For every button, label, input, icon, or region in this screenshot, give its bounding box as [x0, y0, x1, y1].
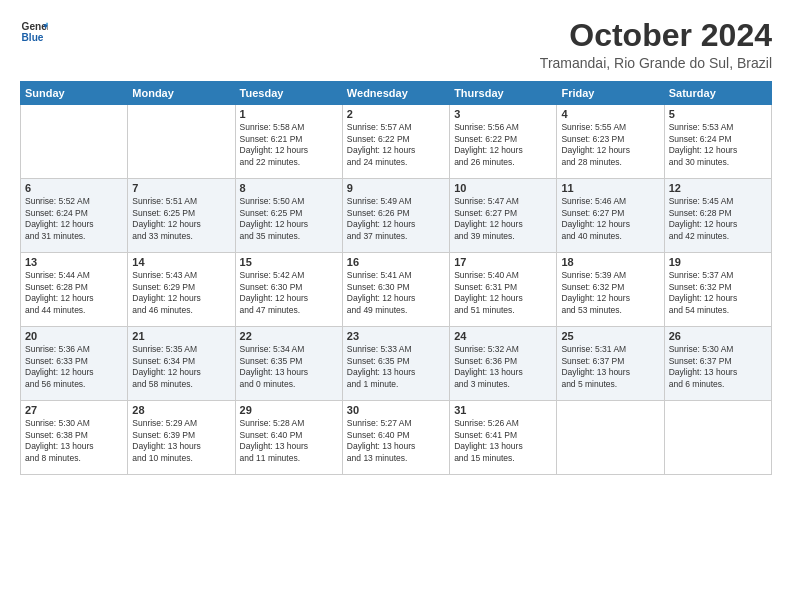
- table-row: [557, 401, 664, 475]
- day-number: 10: [454, 182, 552, 194]
- cell-info: Sunrise: 5:52 AM Sunset: 6:24 PM Dayligh…: [25, 196, 123, 242]
- day-number: 22: [240, 330, 338, 342]
- table-row: 21Sunrise: 5:35 AM Sunset: 6:34 PM Dayli…: [128, 327, 235, 401]
- cell-info: Sunrise: 5:43 AM Sunset: 6:29 PM Dayligh…: [132, 270, 230, 316]
- day-number: 26: [669, 330, 767, 342]
- page: General Blue October 2024 Tramandai, Rio…: [0, 0, 792, 612]
- cell-info: Sunrise: 5:58 AM Sunset: 6:21 PM Dayligh…: [240, 122, 338, 168]
- table-row: 3Sunrise: 5:56 AM Sunset: 6:22 PM Daylig…: [450, 105, 557, 179]
- cell-info: Sunrise: 5:35 AM Sunset: 6:34 PM Dayligh…: [132, 344, 230, 390]
- table-row: 28Sunrise: 5:29 AM Sunset: 6:39 PM Dayli…: [128, 401, 235, 475]
- table-row: 22Sunrise: 5:34 AM Sunset: 6:35 PM Dayli…: [235, 327, 342, 401]
- logo-icon: General Blue: [20, 18, 48, 46]
- calendar-table: Sunday Monday Tuesday Wednesday Thursday…: [20, 81, 772, 475]
- cell-info: Sunrise: 5:40 AM Sunset: 6:31 PM Dayligh…: [454, 270, 552, 316]
- table-row: 7Sunrise: 5:51 AM Sunset: 6:25 PM Daylig…: [128, 179, 235, 253]
- table-row: 16Sunrise: 5:41 AM Sunset: 6:30 PM Dayli…: [342, 253, 449, 327]
- day-number: 14: [132, 256, 230, 268]
- header: General Blue October 2024 Tramandai, Rio…: [20, 18, 772, 71]
- month-title: October 2024: [540, 18, 772, 53]
- cell-info: Sunrise: 5:28 AM Sunset: 6:40 PM Dayligh…: [240, 418, 338, 464]
- col-friday: Friday: [557, 82, 664, 105]
- table-row: 10Sunrise: 5:47 AM Sunset: 6:27 PM Dayli…: [450, 179, 557, 253]
- day-number: 6: [25, 182, 123, 194]
- table-row: 27Sunrise: 5:30 AM Sunset: 6:38 PM Dayli…: [21, 401, 128, 475]
- cell-info: Sunrise: 5:36 AM Sunset: 6:33 PM Dayligh…: [25, 344, 123, 390]
- table-row: 6Sunrise: 5:52 AM Sunset: 6:24 PM Daylig…: [21, 179, 128, 253]
- table-row: 4Sunrise: 5:55 AM Sunset: 6:23 PM Daylig…: [557, 105, 664, 179]
- table-row: 8Sunrise: 5:50 AM Sunset: 6:25 PM Daylig…: [235, 179, 342, 253]
- table-row: 20Sunrise: 5:36 AM Sunset: 6:33 PM Dayli…: [21, 327, 128, 401]
- day-number: 11: [561, 182, 659, 194]
- cell-info: Sunrise: 5:55 AM Sunset: 6:23 PM Dayligh…: [561, 122, 659, 168]
- day-number: 12: [669, 182, 767, 194]
- day-number: 27: [25, 404, 123, 416]
- day-number: 30: [347, 404, 445, 416]
- table-row: [128, 105, 235, 179]
- day-number: 4: [561, 108, 659, 120]
- cell-info: Sunrise: 5:31 AM Sunset: 6:37 PM Dayligh…: [561, 344, 659, 390]
- cell-info: Sunrise: 5:27 AM Sunset: 6:40 PM Dayligh…: [347, 418, 445, 464]
- cell-info: Sunrise: 5:49 AM Sunset: 6:26 PM Dayligh…: [347, 196, 445, 242]
- day-number: 8: [240, 182, 338, 194]
- cell-info: Sunrise: 5:29 AM Sunset: 6:39 PM Dayligh…: [132, 418, 230, 464]
- col-wednesday: Wednesday: [342, 82, 449, 105]
- table-row: 11Sunrise: 5:46 AM Sunset: 6:27 PM Dayli…: [557, 179, 664, 253]
- cell-info: Sunrise: 5:30 AM Sunset: 6:38 PM Dayligh…: [25, 418, 123, 464]
- col-thursday: Thursday: [450, 82, 557, 105]
- table-row: 19Sunrise: 5:37 AM Sunset: 6:32 PM Dayli…: [664, 253, 771, 327]
- cell-info: Sunrise: 5:47 AM Sunset: 6:27 PM Dayligh…: [454, 196, 552, 242]
- cell-info: Sunrise: 5:30 AM Sunset: 6:37 PM Dayligh…: [669, 344, 767, 390]
- col-saturday: Saturday: [664, 82, 771, 105]
- col-sunday: Sunday: [21, 82, 128, 105]
- cell-info: Sunrise: 5:33 AM Sunset: 6:35 PM Dayligh…: [347, 344, 445, 390]
- table-row: 2Sunrise: 5:57 AM Sunset: 6:22 PM Daylig…: [342, 105, 449, 179]
- cell-info: Sunrise: 5:57 AM Sunset: 6:22 PM Dayligh…: [347, 122, 445, 168]
- header-row: Sunday Monday Tuesday Wednesday Thursday…: [21, 82, 772, 105]
- day-number: 21: [132, 330, 230, 342]
- table-row: 24Sunrise: 5:32 AM Sunset: 6:36 PM Dayli…: [450, 327, 557, 401]
- day-number: 28: [132, 404, 230, 416]
- day-number: 1: [240, 108, 338, 120]
- table-row: 30Sunrise: 5:27 AM Sunset: 6:40 PM Dayli…: [342, 401, 449, 475]
- day-number: 15: [240, 256, 338, 268]
- logo: General Blue: [20, 18, 50, 46]
- location: Tramandai, Rio Grande do Sul, Brazil: [540, 55, 772, 71]
- table-row: 26Sunrise: 5:30 AM Sunset: 6:37 PM Dayli…: [664, 327, 771, 401]
- title-block: October 2024 Tramandai, Rio Grande do Su…: [540, 18, 772, 71]
- cell-info: Sunrise: 5:44 AM Sunset: 6:28 PM Dayligh…: [25, 270, 123, 316]
- day-number: 2: [347, 108, 445, 120]
- cell-info: Sunrise: 5:32 AM Sunset: 6:36 PM Dayligh…: [454, 344, 552, 390]
- cell-info: Sunrise: 5:46 AM Sunset: 6:27 PM Dayligh…: [561, 196, 659, 242]
- table-row: 29Sunrise: 5:28 AM Sunset: 6:40 PM Dayli…: [235, 401, 342, 475]
- table-row: 5Sunrise: 5:53 AM Sunset: 6:24 PM Daylig…: [664, 105, 771, 179]
- cell-info: Sunrise: 5:39 AM Sunset: 6:32 PM Dayligh…: [561, 270, 659, 316]
- table-row: 15Sunrise: 5:42 AM Sunset: 6:30 PM Dayli…: [235, 253, 342, 327]
- table-row: 1Sunrise: 5:58 AM Sunset: 6:21 PM Daylig…: [235, 105, 342, 179]
- table-row: 13Sunrise: 5:44 AM Sunset: 6:28 PM Dayli…: [21, 253, 128, 327]
- table-row: 14Sunrise: 5:43 AM Sunset: 6:29 PM Dayli…: [128, 253, 235, 327]
- cell-info: Sunrise: 5:26 AM Sunset: 6:41 PM Dayligh…: [454, 418, 552, 464]
- day-number: 24: [454, 330, 552, 342]
- day-number: 29: [240, 404, 338, 416]
- day-number: 13: [25, 256, 123, 268]
- col-tuesday: Tuesday: [235, 82, 342, 105]
- day-number: 5: [669, 108, 767, 120]
- cell-info: Sunrise: 5:34 AM Sunset: 6:35 PM Dayligh…: [240, 344, 338, 390]
- cell-info: Sunrise: 5:50 AM Sunset: 6:25 PM Dayligh…: [240, 196, 338, 242]
- table-row: 31Sunrise: 5:26 AM Sunset: 6:41 PM Dayli…: [450, 401, 557, 475]
- day-number: 25: [561, 330, 659, 342]
- cell-info: Sunrise: 5:37 AM Sunset: 6:32 PM Dayligh…: [669, 270, 767, 316]
- col-monday: Monday: [128, 82, 235, 105]
- day-number: 16: [347, 256, 445, 268]
- table-row: 9Sunrise: 5:49 AM Sunset: 6:26 PM Daylig…: [342, 179, 449, 253]
- table-row: 17Sunrise: 5:40 AM Sunset: 6:31 PM Dayli…: [450, 253, 557, 327]
- day-number: 23: [347, 330, 445, 342]
- table-row: [664, 401, 771, 475]
- cell-info: Sunrise: 5:53 AM Sunset: 6:24 PM Dayligh…: [669, 122, 767, 168]
- cell-info: Sunrise: 5:45 AM Sunset: 6:28 PM Dayligh…: [669, 196, 767, 242]
- table-row: [21, 105, 128, 179]
- cell-info: Sunrise: 5:42 AM Sunset: 6:30 PM Dayligh…: [240, 270, 338, 316]
- day-number: 20: [25, 330, 123, 342]
- svg-text:Blue: Blue: [22, 32, 44, 43]
